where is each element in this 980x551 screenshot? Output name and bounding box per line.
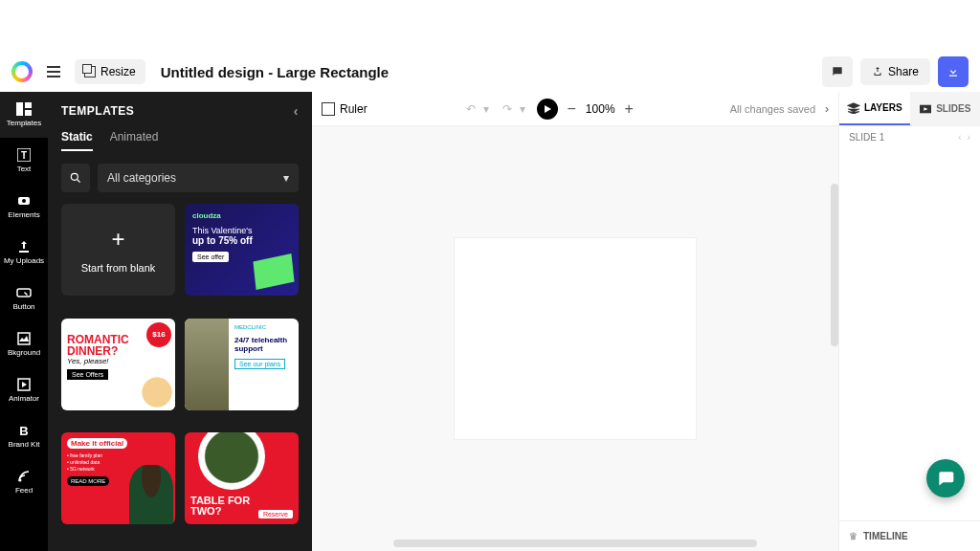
download-button[interactable]	[938, 56, 969, 87]
svg-rect-1	[25, 102, 32, 108]
tab-static[interactable]: Static	[61, 130, 93, 151]
undo-dropdown[interactable]: ▾	[481, 100, 491, 118]
document-title[interactable]: Untitled design - Large Rectangle	[161, 64, 389, 80]
nav-uploads[interactable]: My Uploads	[0, 230, 48, 276]
app-logo	[11, 61, 33, 82]
expand-right-button[interactable]: ›	[825, 102, 829, 116]
help-button[interactable]	[926, 459, 965, 497]
svg-rect-2	[25, 110, 32, 116]
svg-text:B: B	[19, 424, 28, 437]
redo-dropdown[interactable]: ▾	[518, 100, 527, 118]
undo-button[interactable]: ↶	[464, 100, 478, 118]
chat-icon	[831, 65, 844, 78]
nav-label: Templates	[7, 119, 41, 127]
canvas-toolbar: Ruler ↶ ▾ ↷ ▾ − 100% + All changes saved…	[312, 92, 838, 126]
plus-icon: +	[111, 226, 124, 253]
template-card[interactable]: cloudza This Valentine's up to 75% off S…	[185, 204, 299, 296]
canvas-area: Ruler ↶ ▾ ↷ ▾ − 100% + All changes saved…	[312, 92, 838, 551]
top-bar: Resize Untitled design - Large Rectangle…	[0, 52, 980, 92]
nav-label: Button	[12, 302, 34, 311]
template-card[interactable]: Make it official • free family plan• unl…	[61, 432, 175, 524]
svg-rect-0	[16, 102, 23, 116]
menu-button[interactable]	[42, 60, 65, 83]
prev-slide-button[interactable]: ‹	[958, 132, 961, 143]
collapse-panel-button[interactable]: ‹	[294, 103, 299, 119]
ruler-label: Ruler	[340, 102, 368, 116]
resize-icon	[84, 66, 96, 77]
background-icon	[15, 332, 33, 345]
animator-icon	[15, 378, 33, 391]
resize-button[interactable]: Resize	[75, 59, 145, 84]
svg-point-6	[22, 199, 26, 203]
nav-label: My Uploads	[4, 256, 44, 265]
slides-icon	[919, 103, 932, 115]
template-card[interactable]: $16 ROMANTICDINNER? Yes, please! See Off…	[61, 319, 175, 410]
zoom-in-button[interactable]: +	[625, 100, 634, 118]
slide-label: SLIDE 1	[849, 132, 884, 143]
svg-rect-8	[18, 333, 30, 344]
search-icon	[69, 171, 82, 185]
nav-label: Feed	[15, 486, 33, 495]
nav-brandkit[interactable]: B Brand Kit	[0, 413, 48, 459]
vertical-scrollbar[interactable]	[831, 184, 838, 346]
nav-elements[interactable]: Elements	[0, 184, 48, 230]
tab-animated[interactable]: Animated	[110, 130, 159, 151]
feed-icon	[15, 470, 33, 483]
nav-label: Elements	[8, 210, 39, 219]
slide-row: SLIDE 1 ‹ ›	[839, 126, 980, 148]
blank-label: Start from blank	[81, 262, 156, 274]
nav-animator[interactable]: Animator	[0, 367, 48, 413]
nav-rail: Templates T Text Elements My Uploads But…	[0, 92, 48, 551]
nav-button[interactable]: Button	[0, 276, 48, 321]
search-button[interactable]	[61, 164, 90, 192]
nav-label: Text	[17, 165, 32, 173]
zoom-level: 100%	[586, 102, 615, 116]
template-card[interactable]: TABLE FORTWO? Reserve	[185, 432, 299, 524]
nav-label: Animator	[9, 394, 39, 403]
horizontal-scrollbar[interactable]	[393, 540, 757, 547]
chevron-down-icon: ▾	[283, 171, 289, 185]
next-slide-button[interactable]: ›	[968, 132, 970, 143]
save-status: All changes saved	[730, 103, 815, 115]
nav-text[interactable]: T Text	[0, 138, 48, 184]
nav-templates[interactable]: Templates	[0, 92, 48, 138]
chat-icon	[936, 469, 955, 488]
templates-panel: TEMPLATES ‹ Static Animated All categori…	[48, 92, 312, 551]
text-icon: T	[15, 148, 33, 162]
timeline-toggle[interactable]: ♛ TIMELINE	[839, 520, 980, 551]
button-icon	[15, 286, 33, 299]
tab-slides[interactable]: SLIDES	[910, 92, 981, 125]
redo-button[interactable]: ↷	[501, 100, 514, 118]
nav-feed[interactable]: Feed	[0, 459, 48, 505]
crown-icon: ♛	[849, 531, 858, 541]
template-card[interactable]: MEDCLINIC 24/7 telehealth support See ou…	[185, 319, 299, 410]
templates-icon	[15, 102, 33, 116]
nav-background[interactable]: Bkground	[0, 321, 48, 367]
play-button[interactable]	[537, 99, 558, 120]
share-button[interactable]: Share	[860, 58, 930, 85]
svg-point-11	[19, 479, 22, 482]
blank-template-card[interactable]: + Start from blank	[61, 204, 175, 296]
share-label: Share	[888, 65, 919, 78]
tab-layers[interactable]: LAYERS	[839, 92, 910, 125]
layers-icon	[847, 102, 860, 114]
comments-button[interactable]	[822, 56, 853, 87]
ruler-icon	[322, 102, 335, 116]
download-icon	[947, 65, 960, 78]
canvas[interactable]	[312, 126, 838, 551]
nav-label: Brand Kit	[9, 440, 40, 449]
svg-text:T: T	[21, 150, 27, 161]
nav-label: Bkground	[8, 348, 40, 357]
upload-icon	[15, 240, 33, 253]
category-label: All categories	[107, 171, 176, 185]
elements-icon	[15, 194, 33, 208]
share-icon	[872, 66, 883, 77]
category-dropdown[interactable]: All categories ▾	[98, 164, 299, 192]
resize-label: Resize	[100, 65, 136, 78]
zoom-out-button[interactable]: −	[568, 100, 576, 118]
brandkit-icon: B	[15, 424, 33, 437]
svg-point-12	[71, 173, 78, 180]
panel-title: TEMPLATES	[61, 104, 134, 118]
artboard[interactable]	[455, 238, 696, 439]
ruler-toggle[interactable]: Ruler	[322, 102, 368, 116]
